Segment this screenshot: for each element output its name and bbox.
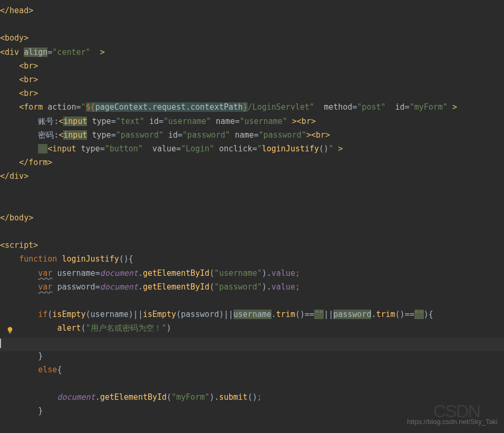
code-editor[interactable]: </head> <body> <div align="center" > <br… (0, 0, 504, 419)
code-content[interactable]: </head> <body> <div align="center" > <br… (0, 0, 504, 419)
watermark-url: https://blog.csdn.net/Sky_Taki (407, 416, 498, 428)
